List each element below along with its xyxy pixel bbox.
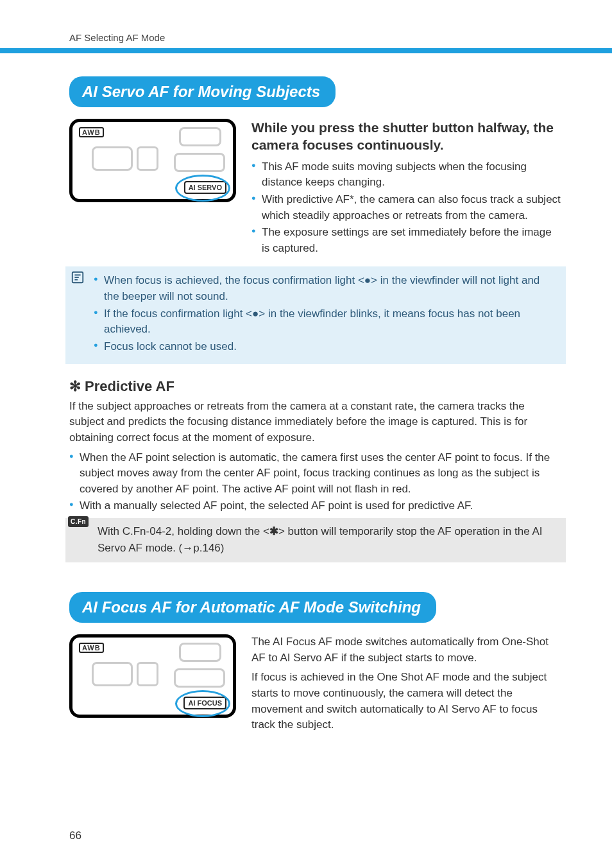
page-number: 66: [69, 829, 81, 842]
lcd-panel-ai-focus: AWB AI FOCUS: [69, 634, 236, 718]
note-icon: [71, 270, 85, 284]
seven-seg-right-a: [179, 643, 221, 662]
seven-seg-right-b: [174, 668, 225, 688]
section2-para1: The AI Focus AF mode switches automatica…: [251, 634, 562, 666]
note-box: When focus is achieved, the focus confir…: [65, 266, 566, 363]
awb-indicator: AWB: [79, 127, 104, 137]
list-item: When focus is achieved, the focus confir…: [94, 273, 556, 304]
section2-row: AWB AI FOCUS The AI Focus AF mode switch…: [69, 634, 562, 737]
running-head: AF Selecting AF Mode: [69, 32, 562, 43]
seven-seg-large: [92, 146, 133, 171]
list-item: The exposure settings are set immediatel…: [251, 225, 562, 256]
list-item: If the focus confirmation light <●> in t…: [94, 306, 556, 338]
awb-indicator: AWB: [79, 643, 104, 653]
section1-heading: While you press the shutter button halfw…: [251, 119, 562, 154]
predictive-af-title-text: Predictive AF: [81, 378, 174, 394]
custom-function-note: C.Fn With C.Fn-04-2, holding down the <✱…: [65, 518, 566, 562]
callout-ring-icon: [175, 690, 230, 717]
predictive-bullet-list: When the AF point selection is automatic…: [69, 450, 562, 515]
cfn-badge: C.Fn: [68, 516, 89, 527]
predictive-af-heading: ✻ Predictive AF: [69, 378, 562, 395]
section-title-ai-servo: AI Servo AF for Moving Subjects: [69, 76, 336, 107]
list-item: Focus lock cannot be used.: [94, 339, 556, 355]
list-item: With a manually selected AF point, the s…: [69, 498, 562, 514]
section2-para2: If focus is achieved in the One Shot AF …: [251, 670, 562, 733]
list-item: With predictive AF*, the camera can also…: [251, 192, 562, 223]
section2-description: The AI Focus AF mode switches automatica…: [251, 634, 562, 737]
seven-seg-large: [92, 662, 133, 686]
seven-seg-right-a: [179, 127, 221, 146]
list-item: This AF mode suits moving subjects when …: [251, 159, 562, 191]
section-title-ai-focus: AI Focus AF for Automatic AF Mode Switch…: [69, 592, 436, 623]
predictive-af-para: If the subject approaches or retreats fr…: [69, 399, 562, 446]
seven-seg-right-b: [174, 153, 225, 172]
section1-row: AWB AI SERVO While you press the shutter…: [69, 119, 562, 257]
section1-bullet-list: This AF mode suits moving subjects when …: [251, 159, 562, 257]
seven-seg-small: [137, 146, 158, 171]
section1-description: While you press the shutter button halfw…: [251, 119, 562, 257]
header-rule: [0, 48, 612, 53]
cfn-text-a: With C.Fn-04-2, holding down the <: [98, 525, 269, 537]
list-item: When the AF point selection is automatic…: [69, 450, 562, 498]
asterisk-icon: ✻: [69, 378, 81, 394]
lcd-panel-ai-servo: AWB AI SERVO: [69, 119, 236, 202]
star-button-icon: ✱: [269, 525, 278, 537]
seven-seg-small: [137, 662, 158, 686]
callout-ring-icon: [175, 175, 230, 202]
